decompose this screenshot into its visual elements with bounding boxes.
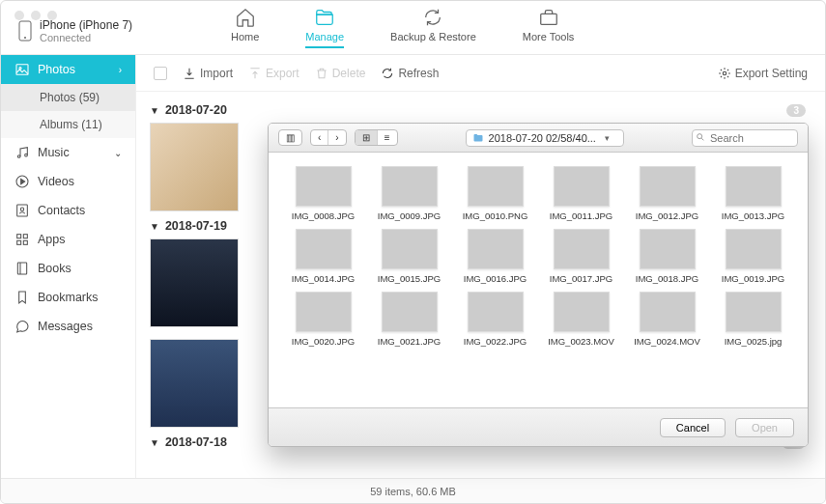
svg-point-17 [698, 133, 702, 138]
sidebar-item-contacts[interactable]: Contacts [1, 196, 135, 225]
file-name: IMG_0017.JPG [550, 273, 612, 284]
file-name: IMG_0023.MOV [548, 336, 614, 347]
import-icon [183, 67, 196, 80]
nav-manage[interactable]: Manage [305, 7, 344, 48]
minimize-dot[interactable] [31, 11, 41, 20]
view-mode-segment[interactable]: ⊞ ≡ [355, 129, 398, 146]
refresh-button[interactable]: Refresh [381, 67, 439, 80]
file-item[interactable]: IMG_0008.JPG [282, 166, 364, 221]
select-all-checkbox[interactable] [154, 67, 167, 80]
search-input[interactable] [692, 129, 798, 147]
search-field[interactable] [692, 129, 798, 147]
file-item[interactable]: IMG_0019.JPG [712, 229, 794, 284]
file-item[interactable]: IMG_0010.PNG [454, 166, 536, 221]
sidebar-toggle-icon: ▥ [279, 130, 301, 145]
export-setting-button[interactable]: Export Setting [718, 67, 808, 80]
nav-back-forward[interactable]: ‹ › [310, 129, 347, 146]
file-thumbnail [640, 292, 696, 332]
nav-home-label: Home [231, 31, 259, 42]
file-item[interactable]: IMG_0012.JPG [626, 166, 708, 221]
sidebar-toggle[interactable]: ▥ [278, 129, 302, 146]
file-item[interactable]: IMG_0018.JPG [626, 229, 708, 284]
photo-thumbnail[interactable] [150, 123, 239, 211]
file-item[interactable]: IMG_0009.JPG [368, 166, 450, 221]
svg-point-16 [723, 71, 726, 75]
sidebar-item-apps[interactable]: Apps [1, 225, 135, 254]
export-button[interactable]: Export [248, 67, 299, 80]
file-item[interactable]: IMG_0024.MOV [626, 292, 708, 347]
device-info: iPhone (iPhone 7) Connected [18, 18, 183, 43]
file-name: IMG_0013.JPG [722, 210, 784, 221]
delete-button[interactable]: Delete [315, 67, 366, 80]
sidebar-item-music[interactable]: Music ⌄ [1, 138, 135, 167]
svg-point-5 [17, 155, 20, 158]
file-name: IMG_0021.JPG [378, 336, 441, 347]
contact-icon [14, 203, 30, 218]
photo-thumbnail[interactable] [150, 238, 239, 327]
sidebar-item-photos[interactable]: Photos › [1, 55, 135, 84]
window-controls[interactable] [14, 11, 57, 20]
folder-icon [314, 7, 335, 28]
file-thumbnail [468, 229, 524, 269]
view-list-button[interactable]: ≡ [378, 130, 397, 145]
close-dot[interactable] [14, 11, 24, 20]
sidebar: Photos › Photos (59) Albums (11) Music ⌄… [1, 55, 136, 478]
photo-thumbnail[interactable] [150, 339, 239, 428]
file-name: IMG_0010.PNG [463, 210, 528, 221]
cancel-button[interactable]: Cancel [660, 418, 726, 437]
nav-backup[interactable]: Backup & Restore [390, 7, 476, 48]
nav-tools-label: More Tools [523, 31, 575, 42]
disclosure-triangle-icon: ▼ [150, 437, 159, 448]
zoom-dot[interactable] [47, 11, 57, 20]
open-button[interactable]: Open [735, 418, 794, 437]
file-name: IMG_0019.JPG [722, 273, 784, 284]
file-item[interactable]: IMG_0011.JPG [540, 166, 622, 221]
file-item[interactable]: IMG_0023.MOV [540, 292, 622, 347]
file-item[interactable]: IMG_0016.JPG [454, 229, 536, 284]
file-name: IMG_0018.JPG [636, 273, 698, 284]
file-thumbnail [640, 229, 696, 269]
path-dropdown[interactable]: 2018-07-20 02/58/40... [466, 129, 624, 147]
sidebar-photos-label: Photos [38, 63, 75, 76]
import-button[interactable]: Import [183, 67, 233, 80]
file-item[interactable]: IMG_0015.JPG [368, 229, 450, 284]
sidebar-sub-photos[interactable]: Photos (59) [1, 84, 135, 111]
svg-rect-3 [16, 65, 28, 75]
forward-button[interactable]: › [328, 130, 345, 145]
device-status: Connected [40, 32, 132, 43]
file-thumbnail [468, 292, 524, 332]
nav-home[interactable]: Home [231, 7, 259, 48]
file-open-dialog: ▥ ‹ › ⊞ ≡ 2018-07-20 02/58/40... IMG_000… [268, 123, 809, 447]
file-item[interactable]: IMG_0025.jpg [712, 292, 794, 347]
sidebar-item-bookmarks[interactable]: Bookmarks [1, 283, 135, 312]
file-item[interactable]: IMG_0014.JPG [282, 229, 364, 284]
file-thumbnail [468, 166, 524, 207]
file-item[interactable]: IMG_0013.JPG [712, 166, 794, 221]
back-button[interactable]: ‹ [311, 130, 328, 145]
status-bar: 59 items, 60.6 MB [1, 478, 825, 503]
file-item[interactable]: IMG_0022.JPG [454, 292, 536, 347]
sidebar-item-books[interactable]: Books [1, 254, 135, 283]
file-item[interactable]: IMG_0021.JPG [368, 292, 450, 347]
file-item[interactable]: IMG_0020.JPG [282, 292, 364, 347]
sidebar-sub-albums[interactable]: Albums (11) [1, 111, 135, 138]
apps-icon [14, 232, 30, 247]
nav-tools[interactable]: More Tools [523, 7, 575, 48]
file-thumbnail [296, 166, 352, 207]
file-thumbnail [554, 292, 610, 332]
file-item[interactable]: IMG_0017.JPG [540, 229, 622, 284]
sidebar-item-videos[interactable]: Videos [1, 167, 135, 196]
search-icon [696, 132, 705, 142]
gear-icon [718, 67, 731, 80]
date-header[interactable]: ▼ 2018-07-20 3 [150, 103, 806, 117]
file-name: IMG_0009.JPG [378, 210, 441, 221]
file-thumbnail [640, 166, 696, 207]
sidebar-item-messages[interactable]: Messages [1, 312, 135, 341]
view-icons-button[interactable]: ⊞ [356, 130, 378, 145]
sync-icon [422, 7, 443, 28]
svg-rect-11 [23, 235, 27, 238]
svg-point-6 [25, 154, 28, 156]
svg-rect-12 [17, 240, 21, 244]
file-thumbnail [726, 229, 782, 269]
play-icon [14, 174, 30, 189]
